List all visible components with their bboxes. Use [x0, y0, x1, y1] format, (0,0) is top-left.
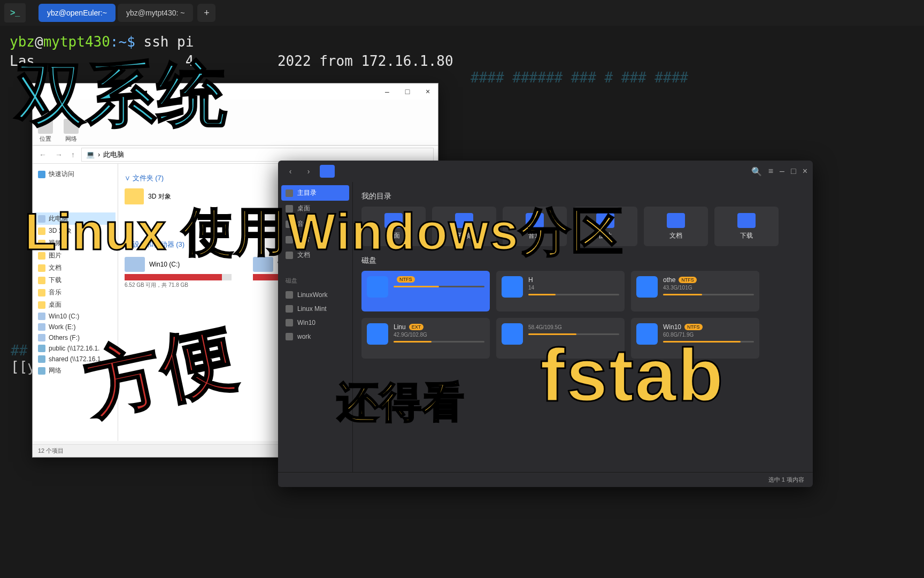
- nav-fwd[interactable]: →: [53, 150, 65, 159]
- sidebar-quick-access[interactable]: 快速访问: [35, 168, 116, 180]
- fm-disk-item[interactable]: NTFS: [361, 271, 490, 311]
- breadcrumb[interactable]: 💻 › 此电脑: [81, 148, 434, 162]
- disk-icon: [636, 276, 658, 298]
- fm-sidebar-disk[interactable]: Linux Mint: [281, 302, 349, 316]
- nav-up[interactable]: ↑: [69, 150, 77, 159]
- term-host: mytpt430: [43, 34, 110, 50]
- fs-badge: NTFS: [679, 277, 697, 283]
- disk-icon: [286, 333, 293, 340]
- disk-icon: [502, 323, 523, 345]
- fm-disk-item[interactable]: otheNTFS 43.3G/101G: [631, 271, 759, 311]
- tab-inactive[interactable]: ybz@mytpt430: ~: [118, 4, 194, 22]
- sidebar-item[interactable]: Win10 (C:): [35, 311, 116, 322]
- overlay-title-1: 双系统: [16, 48, 228, 142]
- overlay-title-5: fstab: [540, 332, 724, 419]
- folder-icon: [667, 213, 685, 228]
- menu-icon[interactable]: ≡: [768, 166, 773, 176]
- folder-icon: [737, 213, 756, 228]
- folder-icon: [38, 277, 45, 284]
- fs-badge: EXT: [409, 324, 424, 330]
- star-icon: [38, 171, 45, 178]
- fm-sidebar-disk[interactable]: LinuxWork: [281, 288, 349, 302]
- fm-close[interactable]: ×: [803, 166, 807, 176]
- sidebar-item[interactable]: 下载: [35, 274, 116, 286]
- disk-usage-bar: [663, 294, 754, 295]
- fs-badge: NTFS: [397, 276, 415, 283]
- disk-icon: [367, 276, 388, 298]
- overlay-title-4: 还得看: [337, 375, 465, 431]
- disk-usage-bar: [528, 294, 619, 295]
- term-line2c: 2022 from 172.16.1.80: [278, 53, 453, 69]
- breadcrumb-icon: 💻: [86, 150, 95, 158]
- fm-disk-item[interactable]: H 14: [496, 271, 625, 311]
- disk-icon: [286, 291, 293, 299]
- folder-icon: [38, 334, 45, 341]
- disk-usage-bar: [394, 286, 484, 287]
- disk-icon: [502, 276, 523, 298]
- drive-usage-bar: [125, 274, 232, 280]
- close-button[interactable]: ×: [418, 87, 438, 96]
- folder-icon: [38, 289, 45, 296]
- terminal-app-icon[interactable]: [4, 3, 26, 22]
- overlay-title-2: Linux 使用Windows分区: [25, 198, 624, 268]
- fm-fwd[interactable]: ›: [302, 164, 315, 178]
- minimize-button[interactable]: –: [377, 87, 397, 96]
- folder-icon: [38, 355, 45, 363]
- folder-icon: [38, 345, 45, 352]
- tab-add-button[interactable]: +: [197, 4, 215, 22]
- fm-disk-item[interactable]: LinuEXT 42.9G/102.8G: [361, 318, 490, 359]
- folder-icon: [38, 313, 45, 320]
- hash-decor: #### ###### ### # ### ####: [471, 70, 688, 86]
- folder-icon: [38, 301, 45, 309]
- hash-decor-2: ##: [11, 343, 27, 359]
- fm-user-folder[interactable]: 文档: [644, 207, 708, 246]
- term-command: ssh pi: [143, 34, 194, 50]
- sidebar-item[interactable]: 桌面: [35, 299, 116, 311]
- fm-back[interactable]: ‹: [283, 164, 297, 178]
- disk-icon: [286, 319, 293, 326]
- search-icon[interactable]: 🔍: [751, 166, 762, 177]
- fm-view-toggle[interactable]: [320, 165, 335, 178]
- fs-badge: NTFS: [684, 324, 703, 330]
- disk-icon: [286, 305, 293, 313]
- terminal-tab-bar: ybz@openEuler:~ ybz@mytpt430: ~ +: [0, 0, 924, 26]
- home-icon: [286, 189, 293, 197]
- folder-icon: [38, 323, 45, 331]
- fm-sb-disks-label: 磁盘: [281, 273, 349, 288]
- fm-maximize[interactable]: □: [791, 166, 796, 176]
- fm-minimize[interactable]: –: [780, 166, 784, 176]
- disk-icon: [367, 323, 388, 345]
- fm-titlebar: ‹ › 🔍 ≡ – □ ×: [278, 161, 813, 182]
- maximize-button[interactable]: □: [397, 87, 418, 96]
- breadcrumb-text: 此电脑: [103, 150, 124, 159]
- fm-sidebar-disk[interactable]: Win10: [281, 316, 349, 330]
- term-user: ybz: [10, 34, 35, 50]
- tab-active[interactable]: ybz@openEuler:~: [38, 4, 116, 22]
- fm-sidebar-disk[interactable]: work: [281, 330, 349, 344]
- fm-user-folder[interactable]: 下载: [714, 207, 779, 246]
- fm-statusbar: 选中 1 项内容: [278, 472, 813, 487]
- term-prompt: :~$: [110, 34, 135, 50]
- nav-back[interactable]: ←: [37, 150, 49, 159]
- folder-icon: [38, 367, 45, 375]
- sidebar-item[interactable]: 音乐: [35, 286, 116, 299]
- sidebar-item[interactable]: Work (E:): [35, 322, 116, 332]
- disk-usage-bar: [394, 341, 484, 343]
